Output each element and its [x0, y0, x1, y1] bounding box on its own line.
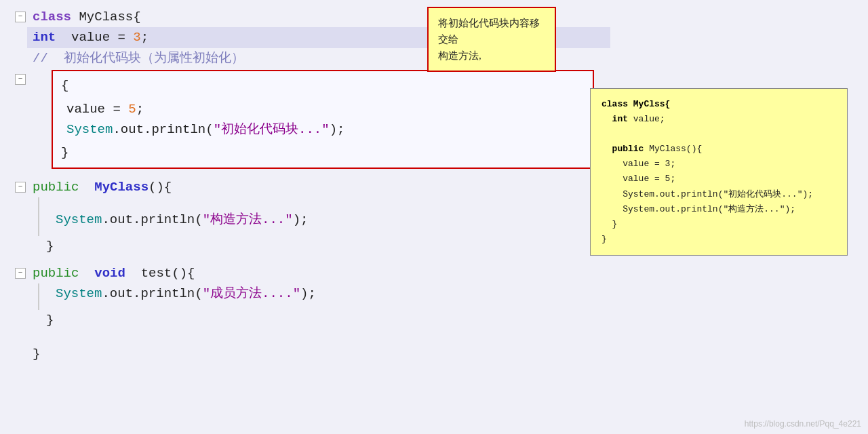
cb-line4: value = 3;	[601, 159, 675, 169]
line-class-text: class MyClass{	[27, 7, 141, 27]
code-editor: 将初始化代码块内容移交给 构造方法, class MyClss{ int val…	[0, 0, 868, 434]
line-method-close-text: }	[27, 310, 54, 330]
gutter-minus-class[interactable]: −	[14, 12, 27, 22]
constructor-content: System.out.println("构造方法...");	[38, 197, 308, 235]
watermark: https://blog.csdn.net/Pqq_4e221	[745, 419, 861, 429]
method-content: System.out.println("成员方法....");	[38, 283, 316, 309]
collapse-init[interactable]: −	[15, 74, 26, 85]
cb-line8: }	[601, 219, 617, 229]
cb-line9: }	[601, 234, 607, 244]
cb-line3: public MyClass(){	[601, 144, 702, 154]
tooltip-box: 将初始化代码块内容移交给 构造方法,	[427, 7, 556, 72]
method-body: System.out.println("成员方法....");	[14, 283, 868, 309]
gutter-constructor: −	[14, 182, 27, 193]
cb-line6: System.out.println("初始化代码块...");	[601, 189, 813, 199]
cb-line1: class MyClss{	[601, 99, 670, 109]
line-class-close: }	[14, 344, 868, 364]
code-reference-box: class MyClss{ int value; public MyClass(…	[590, 88, 848, 256]
init-block: { value = 5; System.out.println("初始化代码块.…	[52, 70, 594, 169]
line-constructor-text: public MyClass(){	[27, 177, 172, 197]
line-class-close-text: }	[27, 344, 40, 364]
line-comment-text: // 初始化代码块（为属性初始化）	[27, 48, 244, 68]
collapse-constructor[interactable]: −	[15, 182, 26, 193]
line-method-sig: − public void test(){	[14, 263, 868, 283]
collapse-method[interactable]: −	[15, 268, 26, 279]
init-println-line: System.out.println("初始化代码块...");	[61, 119, 585, 140]
init-close-brace: }	[61, 142, 585, 163]
gutter-init: −	[14, 74, 27, 85]
line-method-text: public void test(){	[27, 263, 195, 283]
collapse-class[interactable]: −	[15, 12, 26, 22]
cb-line2: int value;	[601, 114, 665, 124]
tooltip-text: 将初始化代码块内容移交给 构造方法,	[438, 18, 540, 61]
constructor-gutter	[14, 197, 38, 235]
cb-line5: value = 5;	[601, 174, 675, 184]
line-constructor-close-text: }	[27, 236, 54, 256]
line-method-close: }	[14, 310, 868, 330]
cb-line7: System.out.println("构造方法...");	[601, 204, 795, 214]
gutter-method: −	[14, 268, 27, 279]
method-gutter	[14, 283, 38, 309]
init-value-line: value = 5;	[61, 99, 585, 119]
init-open-brace: {	[61, 75, 585, 96]
method-println-line: System.out.println("成员方法....");	[50, 283, 316, 304]
constructor-println-line: System.out.println("构造方法...");	[50, 210, 308, 230]
